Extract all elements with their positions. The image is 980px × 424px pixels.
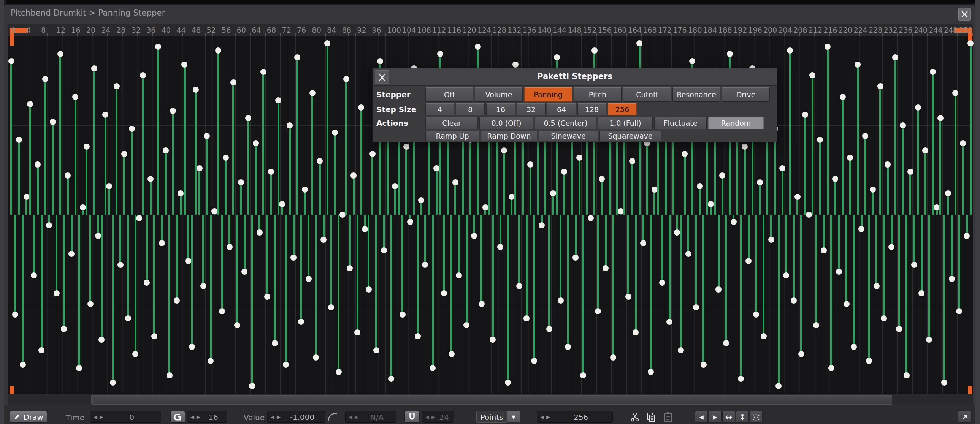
step-bar[interactable] — [883, 214, 885, 318]
step-point[interactable] — [392, 183, 398, 189]
step-bar[interactable] — [526, 214, 528, 318]
spinner-decrement-icon[interactable]: ◀ — [540, 414, 544, 420]
step-bar[interactable] — [37, 165, 39, 214]
step-bar[interactable] — [687, 214, 689, 254]
step-point[interactable] — [219, 308, 225, 314]
step-point[interactable] — [911, 262, 917, 268]
step-point[interactable] — [870, 187, 876, 193]
step-bar[interactable] — [251, 214, 253, 386]
step-bar[interactable] — [864, 136, 866, 214]
step-point[interactable] — [144, 279, 150, 286]
spinner-increment-icon[interactable]: ▶ — [197, 414, 200, 420]
step-bar[interactable] — [627, 214, 629, 297]
step-bar[interactable] — [894, 57, 896, 214]
step-bar[interactable] — [56, 214, 57, 293]
step-point[interactable] — [858, 226, 864, 232]
step-bar[interactable] — [401, 214, 403, 314]
step-point[interactable] — [580, 372, 586, 378]
step-point[interactable] — [231, 79, 237, 86]
action-0-off-button[interactable]: 0.0 (Off) — [479, 117, 533, 129]
step-bar[interactable] — [244, 214, 245, 272]
shift-left-button[interactable]: ◀ — [695, 411, 708, 423]
step-point[interactable] — [106, 183, 112, 189]
step-bar[interactable] — [360, 108, 362, 214]
step-bar[interactable] — [29, 104, 31, 214]
step-bar[interactable] — [206, 136, 208, 214]
step-point[interactable] — [449, 351, 455, 357]
step-bar[interactable] — [184, 65, 186, 214]
step-bar[interactable] — [902, 125, 904, 214]
step-point[interactable] — [42, 76, 48, 82]
step-point[interactable] — [151, 333, 158, 339]
step-point[interactable] — [840, 94, 846, 100]
step-point[interactable] — [802, 112, 808, 118]
step-bar[interactable] — [650, 214, 652, 372]
step-bar[interactable] — [176, 214, 178, 300]
step-point[interactable] — [482, 205, 488, 211]
stepper-panning-button[interactable]: Panning — [524, 87, 572, 102]
step-bar[interactable] — [371, 154, 373, 214]
step-bar[interactable] — [466, 214, 468, 325]
step-point[interactable] — [546, 326, 552, 332]
step-bar[interactable] — [119, 214, 121, 265]
step-bar[interactable] — [356, 214, 358, 332]
step-bar[interactable] — [375, 214, 377, 350]
step-bar[interactable] — [951, 214, 953, 279]
step-bar[interactable] — [123, 154, 125, 214]
step-bar[interactable] — [563, 172, 565, 214]
step-size-64-button[interactable]: 64 — [547, 103, 576, 116]
step-bar[interactable] — [394, 186, 396, 214]
step-bar[interactable] — [722, 176, 724, 214]
step-bar[interactable] — [932, 72, 934, 214]
step-bar[interactable] — [612, 214, 614, 357]
step-bar[interactable] — [150, 179, 152, 214]
stepper-off-button[interactable]: Off — [425, 87, 473, 102]
step-bar[interactable] — [232, 83, 234, 214]
step-point[interactable] — [588, 215, 594, 221]
step-bar[interactable] — [285, 214, 287, 365]
step-point[interactable] — [46, 222, 52, 228]
step-point[interactable] — [501, 148, 507, 154]
step-bar[interactable] — [958, 214, 960, 311]
step-bar[interactable] — [18, 140, 20, 214]
step-bar[interactable] — [337, 214, 339, 372]
step-bar[interactable] — [778, 214, 780, 386]
step-bar[interactable] — [507, 214, 509, 383]
step-bar[interactable] — [695, 214, 697, 307]
step-bar[interactable] — [450, 214, 452, 354]
step-point[interactable] — [497, 244, 503, 250]
step-bar[interactable] — [955, 93, 956, 214]
step-bar[interactable] — [116, 86, 118, 214]
step-bar[interactable] — [135, 214, 137, 354]
step-point[interactable] — [8, 58, 14, 64]
step-point[interactable] — [441, 290, 447, 296]
step-bar[interactable] — [800, 214, 802, 354]
step-bar[interactable] — [390, 214, 392, 379]
step-point[interactable] — [320, 237, 326, 243]
step-bar[interactable] — [887, 165, 889, 214]
horizontal-scrollbar-thumb[interactable] — [91, 395, 892, 405]
action-squarewave-button[interactable]: Squarewave — [600, 131, 661, 141]
step-bar[interactable] — [44, 79, 46, 214]
step-point[interactable] — [592, 48, 598, 54]
step-point[interactable] — [915, 105, 921, 111]
step-bar[interactable] — [669, 214, 671, 322]
step-point[interactable] — [843, 301, 850, 307]
spinner-increment-icon[interactable]: ▶ — [355, 414, 358, 420]
action-fluctuate-button[interactable]: Fluctuate — [654, 117, 707, 129]
step-point[interactable] — [787, 48, 793, 54]
step-bar[interactable] — [725, 214, 727, 343]
step-bar[interactable] — [59, 54, 61, 214]
play-mode-dropdown[interactable]: Points ▼ — [476, 411, 520, 423]
flip-horizontal-button[interactable]: ↔ — [722, 411, 735, 423]
step-bar[interactable] — [405, 147, 407, 214]
action-05-center-button[interactable]: 0.5 (Center) — [535, 117, 597, 129]
step-bar[interactable] — [480, 214, 482, 304]
step-point[interactable] — [264, 294, 270, 300]
spinner-decrement-icon[interactable]: ◀ — [191, 414, 194, 420]
step-bar[interactable] — [785, 214, 787, 275]
step-point[interactable] — [652, 187, 658, 193]
step-point[interactable] — [768, 237, 774, 243]
step-point[interactable] — [155, 44, 161, 50]
step-bar[interactable] — [172, 111, 174, 214]
